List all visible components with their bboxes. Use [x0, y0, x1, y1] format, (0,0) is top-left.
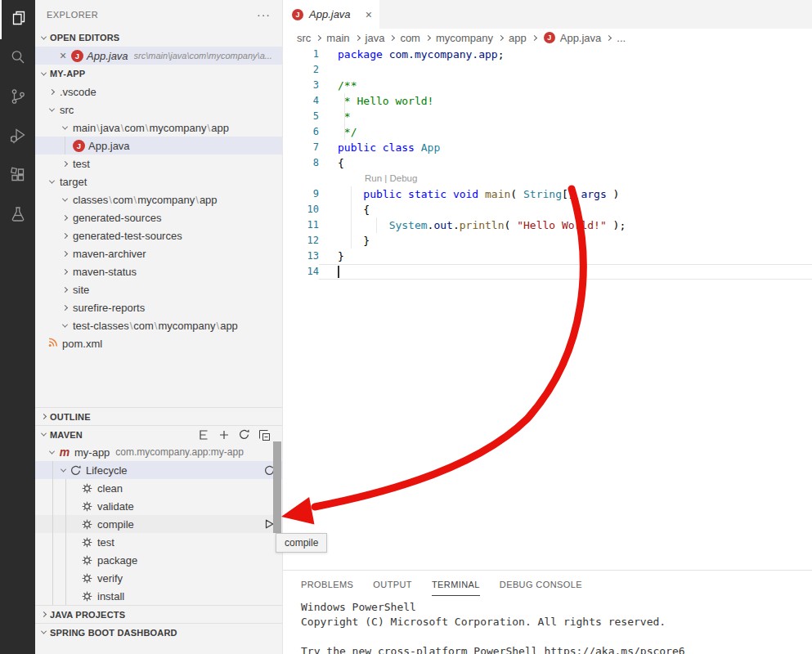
- terminal-output[interactable]: Windows PowerShellCopyright (C) Microsof…: [283, 598, 812, 654]
- panel-tab-problems[interactable]: PROBLEMS: [301, 572, 353, 596]
- java-icon: J: [292, 9, 303, 20]
- indent-guide: [52, 515, 53, 533]
- source-control-icon: [8, 87, 28, 110]
- indent-guide: [351, 186, 352, 202]
- maven-project-item[interactable]: m my-app com.mycompany.app:my-app: [35, 443, 282, 461]
- breadcrumb-item-java[interactable]: java: [366, 32, 385, 44]
- breadcrumb-item-main[interactable]: main: [326, 32, 349, 44]
- open-editors-header[interactable]: OPEN EDITORS: [35, 29, 282, 47]
- tree-item-test[interactable]: test: [35, 155, 282, 172]
- chevron-down-icon: [37, 67, 50, 80]
- code-line-14[interactable]: 14: [283, 264, 812, 280]
- sidebar-title-row: EXPLORER ···: [35, 0, 282, 29]
- tree-item-label: generated-test-sources: [73, 230, 182, 242]
- code-line-8[interactable]: 8{: [283, 155, 812, 171]
- code-line-text: }: [319, 233, 370, 249]
- tree-item-app-java[interactable]: JApp.java: [35, 137, 282, 155]
- breadcrumb-item-[interactable]: ...: [617, 32, 626, 44]
- activity-item-test-beaker-icon[interactable]: [0, 196, 35, 235]
- maven-goal-compile[interactable]: compile: [35, 515, 282, 533]
- maven-goal-package[interactable]: package: [35, 551, 282, 569]
- open-editor-path: src\main\java\com\mycompany\a...: [134, 51, 272, 60]
- breadcrumb-item-mycompany[interactable]: mycompany: [436, 32, 493, 44]
- codelens-run-debug[interactable]: Run | Debug: [319, 171, 417, 186]
- tree-item-site[interactable]: site: [35, 280, 282, 298]
- outline-header[interactable]: OUTLINE: [35, 407, 282, 425]
- tree-item-target[interactable]: target: [35, 172, 282, 190]
- maven-goal-test[interactable]: test: [35, 533, 282, 551]
- tree-item-maven-archiver[interactable]: maven-archiver: [35, 244, 282, 262]
- tree-item-pom-xml[interactable]: pom.xml: [35, 334, 282, 352]
- code-line-9[interactable]: 9 public static void main( String[] args…: [283, 186, 812, 202]
- tree-item-label: src: [60, 104, 74, 116]
- breadcrumb: srcmainjavacommycompanyappJApp.java...: [283, 29, 812, 47]
- xml-icon: [47, 336, 59, 351]
- chevron-right-icon: [58, 157, 71, 170]
- breadcrumb-item-app[interactable]: app: [509, 32, 527, 44]
- code-line-5[interactable]: 5 *: [283, 109, 812, 124]
- maven-header[interactable]: MAVEN: [35, 425, 282, 443]
- panel-tab-debug-console[interactable]: DEBUG CONSOLE: [500, 572, 582, 596]
- tree-item-test-classes-com-mycompany-app[interactable]: test-classes\com\mycompany\app: [35, 316, 282, 334]
- activity-bar: [0, 0, 35, 654]
- breadcrumb-item-com[interactable]: com: [400, 32, 420, 44]
- maven-goal-validate[interactable]: validate: [35, 497, 282, 515]
- code-line-12[interactable]: 12 }: [283, 233, 812, 249]
- sidebar-scrollbar[interactable]: [273, 441, 281, 533]
- code-line-6[interactable]: 6 */: [283, 124, 812, 140]
- activity-item-extensions-icon[interactable]: [0, 157, 35, 196]
- indent-guide: [65, 533, 66, 551]
- activity-item-files-icon[interactable]: [0, 0, 35, 39]
- tab-app-java[interactable]: J App.java ×: [283, 0, 379, 29]
- line-number: 5: [283, 109, 319, 124]
- maven-view-icon[interactable]: [197, 428, 210, 441]
- code-line-3[interactable]: 3/**: [283, 78, 812, 93]
- code-line-2[interactable]: 2: [283, 62, 812, 78]
- tree-item-classes-com-mycompany-app[interactable]: classes\com\mycompany\app: [35, 190, 282, 208]
- collapse-all-icon[interactable]: [258, 428, 271, 441]
- code-line-13[interactable]: 13}: [283, 249, 812, 264]
- tree-item-surefire-reports[interactable]: surefire-reports: [35, 298, 282, 316]
- code-line-4[interactable]: 4 * Hello world!: [283, 93, 812, 109]
- breadcrumb-item-src[interactable]: src: [297, 32, 311, 44]
- close-icon[interactable]: ×: [366, 8, 372, 21]
- code-line-text: * Hello world!: [319, 93, 433, 109]
- tree-item-generated-test-sources[interactable]: generated-test-sources: [35, 226, 282, 244]
- maven-goal-install[interactable]: install: [35, 587, 282, 605]
- open-editor-item[interactable]: × J App.java src\main\java\com\mycompany…: [35, 47, 282, 65]
- code-line-7[interactable]: 7public class App: [283, 140, 812, 155]
- breadcrumb-item-app-java[interactable]: JApp.java: [542, 32, 602, 44]
- line-number: 6: [283, 124, 319, 140]
- panel-tab-output[interactable]: OUTPUT: [373, 572, 412, 596]
- maven-goal-label: verify: [97, 572, 123, 585]
- panel-tab-terminal[interactable]: TERMINAL: [432, 572, 480, 596]
- code-line-11[interactable]: 11 System.out.println( "Hello World!" );: [283, 217, 812, 233]
- chevron-down-icon: [58, 193, 71, 206]
- tree-item-generated-sources[interactable]: generated-sources: [35, 208, 282, 226]
- close-icon[interactable]: ×: [56, 49, 70, 62]
- code-line-text: }: [319, 249, 344, 264]
- code-editor[interactable]: 1package com.mycompany.app;23/**4 * Hell…: [283, 47, 812, 280]
- maven-lifecycle-item[interactable]: Lifecycle: [35, 461, 282, 479]
- code-line-10[interactable]: 10 {: [283, 202, 812, 217]
- tree-item-vscode[interactable]: .vscode: [35, 83, 282, 101]
- project-header[interactable]: MY-APP: [35, 65, 282, 83]
- activity-item-search-icon[interactable]: [0, 39, 35, 78]
- code-line-1[interactable]: 1package com.mycompany.app;: [283, 47, 812, 62]
- more-actions-icon[interactable]: ···: [257, 8, 271, 21]
- tree-item-src[interactable]: src: [35, 101, 282, 119]
- editor-group: J App.java × srcmainjavacommycompanyappJ…: [283, 0, 812, 570]
- add-icon[interactable]: [218, 428, 231, 441]
- chevron-right-icon: [58, 229, 71, 242]
- maven-goal-clean[interactable]: clean: [35, 479, 282, 497]
- tree-item-maven-status[interactable]: maven-status: [35, 262, 282, 280]
- gear-icon: [81, 572, 93, 585]
- refresh-icon[interactable]: [238, 428, 250, 441]
- java-projects-header[interactable]: JAVA PROJECTS: [35, 605, 282, 623]
- activity-item-source-control-icon[interactable]: [0, 78, 35, 118]
- spring-boot-dashboard-header[interactable]: SPRING BOOT DASHBOARD: [35, 623, 282, 641]
- maven-goal-verify[interactable]: verify: [35, 569, 282, 587]
- tree-item-main-java-com-mycompany-app[interactable]: main\java\com\mycompany\app: [35, 119, 282, 137]
- activity-item-run-debug-icon[interactable]: [0, 118, 35, 157]
- code-line-text: {: [319, 202, 370, 217]
